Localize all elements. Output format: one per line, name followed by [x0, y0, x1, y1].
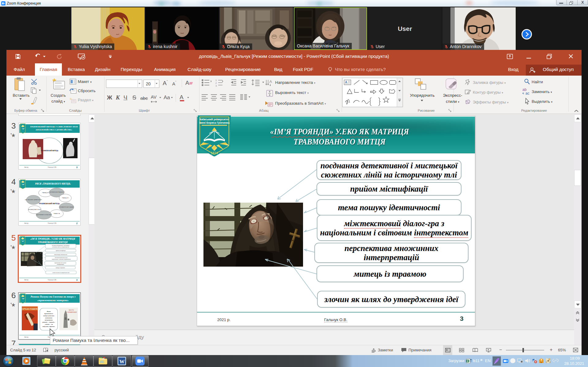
svg-text:ac: ac	[525, 91, 529, 95]
svg-text:«місто» – як: «місто» – як	[45, 324, 53, 325]
svg-text:Автор: Автор	[24, 336, 28, 338]
svg-text:ТРАВМОВАНИЙ МИТЕЦЬ: ТРАВМОВАНИЙ МИТЕЦЬ	[41, 149, 59, 152]
svg-text:інтерпретацій: інтерпретацій	[57, 264, 64, 265]
svg-text:ТРАВМОВАНОГО МИТЦЯ: ТРАВМОВАНОГО МИТЦЯ	[38, 241, 68, 244]
svg-text:ТРАВМА ТІЛА: ТРАВМА ТІЛА	[54, 213, 60, 214]
svg-text:прийом містифікації: прийом містифікації	[56, 250, 66, 251]
svg-text:2: 2	[215, 82, 217, 84]
svg-text:ВІДТОРГНЕННЯ СУСПІЛЬСТВОМ: ВІДТОРГНЕННЯ СУСПІЛЬСТВОМ	[36, 214, 52, 215]
svg-text:Гальчук О.В.: Гальчук О.В.	[48, 222, 57, 224]
svg-text:3: 3	[76, 166, 78, 168]
svg-text:«ІМ'Я ТРОЯНДИ» У.ЕКО ЯК МАТРИЦ: «ІМ'Я ТРОЯНДИ» У.ЕКО ЯК МАТРИЦЯ	[30, 238, 75, 240]
svg-text:Романи Памука та Ільченка як т: Романи Памука та Ільченка як твори з	[31, 295, 76, 298]
svg-text:Автор: Автор	[24, 166, 28, 168]
svg-text:З ХИМЕРАМИ: З ХИМЕРАМИ	[66, 311, 77, 313]
svg-text:романів – «чорний»,: романів – «чорний»,	[42, 321, 55, 323]
svg-text:національним і світовим інтерт: національним і світовим інтертекстом	[52, 259, 71, 260]
svg-text:Гальчук О.В.: Гальчук О.В.	[48, 166, 57, 168]
svg-text:митець із травмою: митець із травмою	[55, 267, 65, 268]
svg-text:тема пошуку ідентичності: тема пошуку ідентичності	[54, 254, 67, 255]
svg-text:ТРАВМА ДУШІ: ТРАВМА ДУШІ	[42, 192, 49, 193]
svg-text:ТРАВМОВАНИЙ МИТЕЦЬ У СМИСЛОВОМ: ТРАВМОВАНИЙ МИТЕЦЬ У СМИСЛОВОМУ ПОЛІ	[30, 125, 78, 128]
svg-text:2: 2	[76, 222, 78, 224]
svg-text:перспектива множинних: перспектива множинних	[55, 262, 66, 264]
svg-text:травмованого: травмованого	[44, 313, 54, 314]
svg-text:поєднання детективної і мистец: поєднання детективної і мистецької	[52, 245, 70, 246]
svg-text:СПРИЙНЯТТЯ СВІТУ ІНШИМИ: СПРИЙНЯТТЯ СВІТУ ІНШИМИ	[59, 207, 74, 208]
svg-text:злочин як шлях до утвердження: злочин як шлях до утвердження ідеї	[52, 272, 70, 273]
svg-text:РИСИ «ТРАВМОВАНОГО МИТЦЯ»: РИСИ «ТРАВМОВАНОГО МИТЦЯ»	[35, 183, 71, 185]
svg-text:Автор: Автор	[24, 279, 28, 281]
svg-text:АПОЛЛОНІЙСТВСА І ДІОНІСІЙСТВА»: АПОЛЛОНІЙСТВСА І ДІОНІСІЙСТВА»	[35, 129, 72, 131]
svg-text:A: A	[345, 81, 347, 84]
svg-text:ТРАВМОВАНИЙ МИТЕЦЬ: ТРАВМОВАНИЙ МИТЕЦЬ	[39, 202, 60, 204]
svg-text:міжтекстовий діалог-гра з: міжтекстовий діалог-гра з	[55, 257, 68, 258]
svg-text:3: 3	[76, 279, 78, 281]
svg-text:СТВОРЕННЯ НОВОЇ РЕАЛЬНОСТІ: СТВОРЕННЯ НОВОЇ РЕАЛЬНОСТІ	[49, 192, 65, 193]
svg-text:АКТИВНА ДІЄВА ПОЗИЦІЯ: АКТИВНА ДІЄВА ПОЗИЦІЯ	[28, 209, 41, 210]
svg-text:ОРХАН ПАМУК: ОРХАН ПАМУК	[22, 308, 38, 310]
svg-text:«травмованими митцями»: «травмованими митцями»	[37, 299, 69, 302]
svg-text:митця зумовлена: митця зумовлена	[43, 315, 54, 316]
svg-text:Поява: Поява	[47, 311, 51, 312]
svg-text:сюжетних ліній на історичному: сюжетних ліній на історичному тлі	[52, 246, 69, 248]
svg-text:A: A	[269, 79, 272, 84]
svg-text:3: 3	[215, 84, 217, 87]
svg-text:Автор: Автор	[24, 222, 28, 224]
svg-text:концептами: концептами	[45, 319, 53, 321]
svg-text:Гальчук О.В.: Гальчук О.В.	[48, 279, 57, 281]
svg-text:ЖАХ ТРАГІЧНИЙ СЦЕНАРІЙ ЖИТТЯ: ЖАХ ТРАГІЧНИЙ СЦЕНАРІЙ ЖИТТЯ	[25, 199, 42, 200]
svg-text:МІСТО: МІСТО	[69, 309, 74, 311]
svg-text:ключовими: ключовими	[45, 317, 52, 319]
svg-text:1: 1	[215, 79, 217, 82]
svg-text:модусами «травми»: модусами «травми»	[42, 326, 55, 327]
svg-text:W: W	[119, 359, 125, 365]
svg-text:ТРАВМА ДУХУ: ТРАВМА ДУХУ	[62, 197, 69, 199]
